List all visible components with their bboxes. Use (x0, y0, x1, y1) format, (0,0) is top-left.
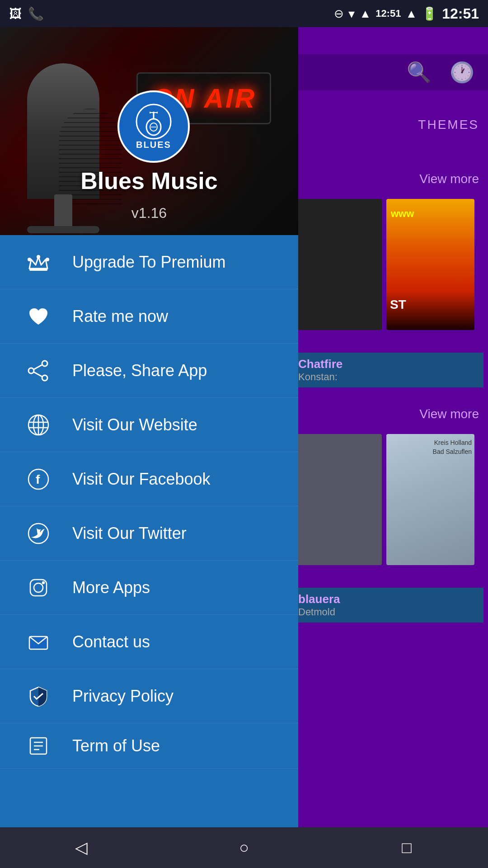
crown-icon (23, 250, 54, 274)
guitar-icon (136, 104, 172, 140)
facebook-label: Visit Our Facebook (72, 470, 210, 489)
blauera-sub: Detmold (298, 606, 479, 618)
phone-icon: 📞 (28, 6, 44, 21)
drawer-app-name: Blues Music (0, 167, 298, 194)
bottom-navigation: ◁ ○ □ (0, 827, 488, 868)
recent-button[interactable]: □ (389, 838, 425, 857)
home-button[interactable]: ○ (226, 838, 262, 857)
rate-label: Rate me now (72, 307, 168, 326)
header-background: ON AIR BLUES Blues Music v (0, 27, 298, 235)
svg-point-11 (37, 255, 40, 259)
thumb-3[interactable] (294, 434, 382, 565)
back-button[interactable]: ◁ (63, 838, 99, 857)
privacy-label: Privacy Policy (72, 687, 174, 706)
terms-label: Term of Use (72, 736, 160, 755)
history-icon[interactable]: 🕐 (450, 61, 474, 84)
side-drawer: ON AIR BLUES Blues Music v (0, 27, 298, 868)
thumb-2-label: ST (390, 297, 406, 312)
svg-line-16 (34, 365, 42, 369)
dnd-icon: ⊖ (334, 7, 344, 21)
clock-display: 12:51 (442, 5, 479, 22)
svg-point-0 (136, 104, 171, 139)
status-left-icons: 🖼 📞 (9, 6, 44, 21)
search-icon[interactable]: 🔍 (407, 61, 432, 84)
mic-base (27, 226, 99, 233)
svg-line-17 (34, 372, 42, 377)
svg-point-15 (42, 375, 47, 381)
heart-icon (23, 305, 54, 328)
chatfire-title: Chatfire (298, 357, 479, 371)
app-logo: BLUES (117, 90, 190, 163)
signal2-icon: ▲ (405, 7, 417, 21)
list-icon (23, 734, 54, 758)
shield-icon (23, 684, 54, 708)
twitter-icon (23, 522, 54, 545)
menu-item-facebook[interactable]: f Visit Our Facebook (0, 452, 298, 506)
twitter-label: Visit Our Twitter (72, 524, 187, 543)
chatfire-card[interactable]: Chatfire Konstan: (294, 353, 483, 387)
svg-rect-9 (29, 269, 47, 271)
logo-text: BLUES (136, 140, 171, 150)
themes-label: THEMES (418, 118, 479, 132)
upgrade-label: Upgrade To Premium (72, 253, 226, 272)
menu-item-contact[interactable]: Contact us (0, 615, 298, 669)
svg-point-12 (46, 258, 49, 261)
more-apps-label: More Apps (72, 578, 150, 597)
thumb-1[interactable] (294, 199, 382, 330)
facebook-icon: f (23, 467, 54, 491)
drawer-header: ON AIR BLUES Blues Music v (0, 27, 298, 235)
share-label: Please, Share App (72, 361, 207, 380)
drawer-app-version: v1.16 (0, 205, 298, 222)
svg-point-13 (42, 361, 47, 366)
menu-item-upgrade[interactable]: Upgrade To Premium (0, 235, 298, 289)
menu-item-more-apps[interactable]: More Apps (0, 561, 298, 615)
photo-icon: 🖼 (9, 6, 22, 21)
signal-icon: ▲ (359, 7, 371, 21)
menu-item-rate[interactable]: Rate me now (0, 289, 298, 344)
wifi-icon: ▾ (348, 6, 355, 21)
thumb-4[interactable]: Kreis HollandBad Salzuflen (386, 434, 474, 565)
battery-icon: 🔋 (422, 6, 437, 21)
menu-item-terms[interactable]: Term of Use (0, 723, 298, 769)
view-more-button-2[interactable]: View more (419, 407, 479, 421)
contact-label: Contact us (72, 632, 150, 651)
svg-point-14 (28, 368, 34, 373)
svg-point-10 (28, 258, 31, 261)
menu-item-twitter[interactable]: Visit Our Twitter (0, 506, 298, 561)
chatfire-subtitle: Konstan: (298, 371, 479, 383)
svg-point-27 (34, 583, 43, 592)
instagram-icon (23, 576, 54, 599)
map-label: Kreis HollandBad Salzuflen (433, 439, 472, 456)
status-bar: 🖼 📞 ⊖ ▾ ▲ 12:51 ▲ 🔋 12:51 (0, 0, 488, 27)
svg-point-28 (42, 582, 44, 584)
blauera-card[interactable]: blauerа Detmold (294, 588, 483, 623)
view-more-button-1[interactable]: View more (419, 172, 479, 186)
menu-item-website[interactable]: Visit Our Website (0, 398, 298, 452)
email-icon (23, 630, 54, 654)
menu-list: Upgrade To Premium Rate me now (0, 235, 298, 868)
main-topbar: 🔍 🕐 (289, 54, 488, 90)
thumb-2[interactable]: www ST (386, 199, 474, 330)
menu-item-privacy[interactable]: Privacy Policy (0, 669, 298, 723)
blauera-title: blauerа (298, 592, 479, 606)
globe-icon (23, 413, 54, 437)
lte-label: 12:51 (375, 8, 401, 19)
thumb-2-text: www (391, 208, 414, 220)
website-label: Visit Our Website (72, 415, 197, 434)
status-right-icons: ⊖ ▾ ▲ 12:51 ▲ 🔋 12:51 (334, 5, 479, 22)
thumbnail-row-1: www ST (294, 199, 483, 330)
menu-item-share[interactable]: Please, Share App (0, 344, 298, 398)
svg-text:f: f (36, 472, 40, 486)
share-icon (23, 359, 54, 382)
thumbnail-row-2: Kreis HollandBad Salzuflen (294, 434, 483, 565)
